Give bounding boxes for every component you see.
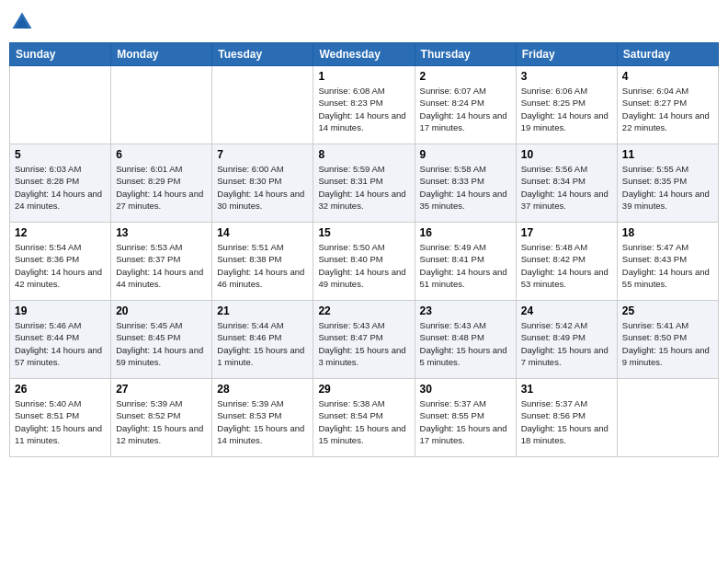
day-number: 25 bbox=[622, 304, 713, 317]
day-info: Sunrise: 5:53 AM Sunset: 8:37 PM Dayligh… bbox=[116, 241, 207, 290]
day-number: 1 bbox=[318, 70, 409, 83]
calendar-week-row: 1Sunrise: 6:08 AM Sunset: 8:23 PM Daylig… bbox=[10, 66, 719, 144]
day-info: Sunrise: 5:59 AM Sunset: 8:31 PM Dayligh… bbox=[318, 163, 409, 212]
calendar-cell: 7Sunrise: 6:00 AM Sunset: 8:30 PM Daylig… bbox=[212, 144, 313, 223]
day-header: Saturday bbox=[617, 43, 718, 66]
day-number: 15 bbox=[318, 226, 409, 239]
day-number: 4 bbox=[622, 70, 713, 83]
calendar-cell bbox=[10, 66, 111, 144]
day-number: 24 bbox=[521, 304, 612, 317]
day-number: 5 bbox=[15, 148, 106, 161]
day-number: 28 bbox=[217, 383, 308, 396]
calendar-cell: 5Sunrise: 6:03 AM Sunset: 8:28 PM Daylig… bbox=[10, 144, 111, 223]
calendar-cell: 30Sunrise: 5:37 AM Sunset: 8:55 PM Dayli… bbox=[415, 379, 516, 457]
day-number: 13 bbox=[116, 226, 207, 239]
day-info: Sunrise: 5:58 AM Sunset: 8:33 PM Dayligh… bbox=[420, 163, 511, 212]
day-number: 9 bbox=[420, 148, 511, 161]
day-info: Sunrise: 6:03 AM Sunset: 8:28 PM Dayligh… bbox=[15, 163, 106, 212]
calendar-cell: 31Sunrise: 5:37 AM Sunset: 8:56 PM Dayli… bbox=[516, 379, 617, 457]
calendar-cell bbox=[617, 379, 718, 457]
day-number: 11 bbox=[622, 148, 713, 161]
calendar-cell: 8Sunrise: 5:59 AM Sunset: 8:31 PM Daylig… bbox=[313, 144, 415, 223]
day-info: Sunrise: 5:39 AM Sunset: 8:52 PM Dayligh… bbox=[116, 397, 207, 446]
calendar-cell: 13Sunrise: 5:53 AM Sunset: 8:37 PM Dayli… bbox=[111, 223, 212, 301]
calendar-cell: 22Sunrise: 5:43 AM Sunset: 8:47 PM Dayli… bbox=[313, 301, 415, 379]
calendar-cell: 11Sunrise: 5:55 AM Sunset: 8:35 PM Dayli… bbox=[617, 144, 718, 223]
day-number: 14 bbox=[217, 226, 308, 239]
calendar: SundayMondayTuesdayWednesdayThursdayFrid… bbox=[9, 42, 719, 457]
calendar-cell: 18Sunrise: 5:47 AM Sunset: 8:43 PM Dayli… bbox=[617, 223, 718, 301]
day-number: 18 bbox=[622, 226, 713, 239]
day-info: Sunrise: 6:01 AM Sunset: 8:29 PM Dayligh… bbox=[116, 163, 207, 212]
calendar-week-row: 12Sunrise: 5:54 AM Sunset: 8:36 PM Dayli… bbox=[10, 223, 719, 301]
calendar-cell bbox=[111, 66, 212, 144]
day-info: Sunrise: 6:04 AM Sunset: 8:27 PM Dayligh… bbox=[622, 85, 713, 133]
calendar-cell: 21Sunrise: 5:44 AM Sunset: 8:46 PM Dayli… bbox=[212, 301, 313, 379]
day-info: Sunrise: 5:39 AM Sunset: 8:53 PM Dayligh… bbox=[217, 397, 308, 446]
day-header: Thursday bbox=[415, 43, 516, 66]
calendar-week-row: 26Sunrise: 5:40 AM Sunset: 8:51 PM Dayli… bbox=[10, 379, 719, 457]
day-info: Sunrise: 6:07 AM Sunset: 8:24 PM Dayligh… bbox=[420, 85, 511, 133]
calendar-cell: 23Sunrise: 5:43 AM Sunset: 8:48 PM Dayli… bbox=[415, 301, 516, 379]
calendar-cell: 20Sunrise: 5:45 AM Sunset: 8:45 PM Dayli… bbox=[111, 301, 212, 379]
day-number: 30 bbox=[420, 383, 511, 396]
calendar-cell: 6Sunrise: 6:01 AM Sunset: 8:29 PM Daylig… bbox=[111, 144, 212, 223]
day-info: Sunrise: 5:42 AM Sunset: 8:49 PM Dayligh… bbox=[521, 319, 612, 368]
calendar-cell: 26Sunrise: 5:40 AM Sunset: 8:51 PM Dayli… bbox=[10, 379, 111, 457]
day-info: Sunrise: 6:08 AM Sunset: 8:23 PM Dayligh… bbox=[318, 85, 409, 133]
day-header: Friday bbox=[516, 43, 617, 66]
day-number: 17 bbox=[521, 226, 612, 239]
calendar-cell: 17Sunrise: 5:48 AM Sunset: 8:42 PM Dayli… bbox=[516, 223, 617, 301]
day-info: Sunrise: 5:38 AM Sunset: 8:54 PM Dayligh… bbox=[318, 397, 409, 446]
day-info: Sunrise: 6:06 AM Sunset: 8:25 PM Dayligh… bbox=[521, 85, 612, 133]
day-info: Sunrise: 5:50 AM Sunset: 8:40 PM Dayligh… bbox=[318, 241, 409, 290]
calendar-cell: 2Sunrise: 6:07 AM Sunset: 8:24 PM Daylig… bbox=[415, 66, 516, 144]
logo-icon bbox=[9, 9, 35, 35]
day-header: Sunday bbox=[10, 43, 111, 66]
day-number: 23 bbox=[420, 304, 511, 317]
day-number: 6 bbox=[116, 148, 207, 161]
calendar-cell: 4Sunrise: 6:04 AM Sunset: 8:27 PM Daylig… bbox=[617, 66, 718, 144]
day-number: 2 bbox=[420, 70, 511, 83]
calendar-cell: 12Sunrise: 5:54 AM Sunset: 8:36 PM Dayli… bbox=[10, 223, 111, 301]
day-header: Tuesday bbox=[212, 43, 313, 66]
day-number: 16 bbox=[420, 226, 511, 239]
calendar-cell: 24Sunrise: 5:42 AM Sunset: 8:49 PM Dayli… bbox=[516, 301, 617, 379]
calendar-cell: 19Sunrise: 5:46 AM Sunset: 8:44 PM Dayli… bbox=[10, 301, 111, 379]
calendar-week-row: 19Sunrise: 5:46 AM Sunset: 8:44 PM Dayli… bbox=[10, 301, 719, 379]
day-number: 10 bbox=[521, 148, 612, 161]
day-number: 12 bbox=[15, 226, 106, 239]
day-number: 7 bbox=[217, 148, 308, 161]
calendar-cell: 15Sunrise: 5:50 AM Sunset: 8:40 PM Dayli… bbox=[313, 223, 415, 301]
day-number: 26 bbox=[15, 383, 106, 396]
day-info: Sunrise: 5:46 AM Sunset: 8:44 PM Dayligh… bbox=[15, 319, 106, 368]
day-number: 19 bbox=[15, 304, 106, 317]
day-number: 3 bbox=[521, 70, 612, 83]
calendar-cell: 29Sunrise: 5:38 AM Sunset: 8:54 PM Dayli… bbox=[313, 379, 415, 457]
calendar-cell: 27Sunrise: 5:39 AM Sunset: 8:52 PM Dayli… bbox=[111, 379, 212, 457]
day-info: Sunrise: 5:51 AM Sunset: 8:38 PM Dayligh… bbox=[217, 241, 308, 290]
day-number: 31 bbox=[521, 383, 612, 396]
day-info: Sunrise: 5:47 AM Sunset: 8:43 PM Dayligh… bbox=[622, 241, 713, 290]
calendar-cell: 16Sunrise: 5:49 AM Sunset: 8:41 PM Dayli… bbox=[415, 223, 516, 301]
day-number: 20 bbox=[116, 304, 207, 317]
calendar-cell: 25Sunrise: 5:41 AM Sunset: 8:50 PM Dayli… bbox=[617, 301, 718, 379]
day-info: Sunrise: 5:41 AM Sunset: 8:50 PM Dayligh… bbox=[622, 319, 713, 368]
calendar-cell: 3Sunrise: 6:06 AM Sunset: 8:25 PM Daylig… bbox=[516, 66, 617, 144]
day-number: 27 bbox=[116, 383, 207, 396]
calendar-cell: 1Sunrise: 6:08 AM Sunset: 8:23 PM Daylig… bbox=[313, 66, 415, 144]
day-header: Monday bbox=[111, 43, 212, 66]
calendar-cell: 10Sunrise: 5:56 AM Sunset: 8:34 PM Dayli… bbox=[516, 144, 617, 223]
calendar-cell: 14Sunrise: 5:51 AM Sunset: 8:38 PM Dayli… bbox=[212, 223, 313, 301]
day-info: Sunrise: 5:45 AM Sunset: 8:45 PM Dayligh… bbox=[116, 319, 207, 368]
day-number: 8 bbox=[318, 148, 409, 161]
day-info: Sunrise: 5:56 AM Sunset: 8:34 PM Dayligh… bbox=[521, 163, 612, 212]
day-header: Wednesday bbox=[313, 43, 415, 66]
calendar-week-row: 5Sunrise: 6:03 AM Sunset: 8:28 PM Daylig… bbox=[10, 144, 719, 223]
day-info: Sunrise: 5:37 AM Sunset: 8:55 PM Dayligh… bbox=[420, 397, 511, 446]
page-header bbox=[9, 9, 719, 35]
day-info: Sunrise: 5:44 AM Sunset: 8:46 PM Dayligh… bbox=[217, 319, 308, 368]
day-info: Sunrise: 5:54 AM Sunset: 8:36 PM Dayligh… bbox=[15, 241, 106, 290]
day-number: 22 bbox=[318, 304, 409, 317]
calendar-header-row: SundayMondayTuesdayWednesdayThursdayFrid… bbox=[10, 43, 719, 66]
